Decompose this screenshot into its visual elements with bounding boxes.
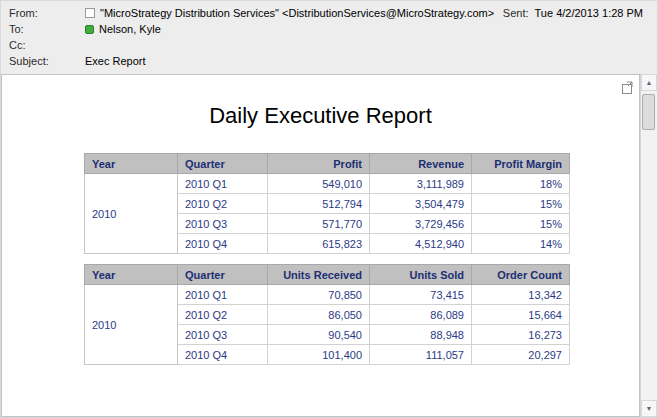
year-cell: 2010 — [85, 285, 178, 365]
column-header: Units Sold — [370, 265, 472, 285]
column-header: Profit — [268, 154, 370, 174]
margin-cell: 18% — [472, 174, 570, 194]
vertical-scrollbar[interactable]: ▲ ▼ — [640, 74, 657, 417]
to-label: To: — [9, 23, 85, 35]
message-body: Daily Executive Report Year Quarter Prof… — [1, 74, 640, 417]
revenue-cell: 3,729,456 — [370, 214, 472, 234]
profit-cell: 571,770 — [268, 214, 370, 234]
column-header: Profit Margin — [472, 154, 570, 174]
year-cell: 2010 — [85, 174, 178, 254]
table-header-row: Year Quarter Profit Revenue Profit Margi… — [85, 154, 570, 174]
subject-value: Exec Report — [85, 55, 146, 67]
revenue-cell: 4,512,940 — [370, 234, 472, 254]
popout-icon[interactable] — [620, 81, 634, 95]
from-value[interactable]: "MicroStrategy Distribution Services" <D… — [100, 7, 494, 19]
quarter-cell: 2010 Q2 — [178, 194, 268, 214]
units-sold-cell: 88,948 — [370, 325, 472, 345]
margin-cell: 14% — [472, 234, 570, 254]
sent-label: Sent: — [503, 7, 529, 19]
units-table: Year Quarter Units Received Units Sold O… — [84, 264, 570, 365]
scrollbar-track[interactable] — [641, 91, 657, 400]
message-body-wrap: Daily Executive Report Year Quarter Prof… — [1, 74, 657, 417]
margin-cell: 15% — [472, 194, 570, 214]
units-received-cell: 70,850 — [268, 285, 370, 305]
from-row: From: "MicroStrategy Distribution Servic… — [1, 5, 657, 21]
units-received-cell: 90,540 — [268, 325, 370, 345]
order-count-cell: 20,297 — [472, 345, 570, 365]
from-label: From: — [9, 7, 85, 19]
column-header: Year — [85, 154, 178, 174]
units-sold-cell: 86,089 — [370, 305, 472, 325]
subject-row: Subject: Exec Report — [1, 53, 657, 69]
column-header: Revenue — [370, 154, 472, 174]
report-title: Daily Executive Report — [2, 103, 639, 129]
quarter-cell: 2010 Q3 — [178, 214, 268, 234]
quarter-cell: 2010 Q4 — [178, 234, 268, 254]
margin-cell: 15% — [472, 214, 570, 234]
sent-group: Sent:Tue 4/2/2013 1:28 PM — [503, 7, 649, 19]
scrollbar-thumb[interactable] — [642, 94, 655, 130]
presence-icon[interactable] — [85, 25, 94, 34]
column-header: Units Received — [268, 265, 370, 285]
units-sold-cell: 111,057 — [370, 345, 472, 365]
to-value[interactable]: Nelson, Kyle — [99, 23, 161, 35]
profit-cell: 512,794 — [268, 194, 370, 214]
table-row: 2010 2010 Q1 70,850 73,415 13,342 — [85, 285, 570, 305]
revenue-cell: 3,504,479 — [370, 194, 472, 214]
units-received-cell: 101,400 — [268, 345, 370, 365]
to-row: To: Nelson, Kyle — [1, 21, 657, 37]
table-row: 2010 2010 Q1 549,010 3,111,989 18% — [85, 174, 570, 194]
table-header-row: Year Quarter Units Received Units Sold O… — [85, 265, 570, 285]
order-count-cell: 16,273 — [472, 325, 570, 345]
email-reading-pane: From: "MicroStrategy Distribution Servic… — [0, 0, 658, 418]
quarter-cell: 2010 Q1 — [178, 285, 268, 305]
profit-revenue-table: Year Quarter Profit Revenue Profit Margi… — [84, 153, 570, 254]
column-header: Quarter — [178, 265, 268, 285]
quarter-cell: 2010 Q2 — [178, 305, 268, 325]
cc-row: Cc: — [1, 37, 657, 53]
order-count-cell: 13,342 — [472, 285, 570, 305]
quarter-cell: 2010 Q1 — [178, 174, 268, 194]
profit-cell: 549,010 — [268, 174, 370, 194]
cc-label: Cc: — [9, 39, 85, 51]
scroll-down-button[interactable]: ▼ — [641, 400, 657, 417]
quarter-cell: 2010 Q4 — [178, 345, 268, 365]
scroll-up-button[interactable]: ▲ — [641, 74, 657, 91]
email-header: From: "MicroStrategy Distribution Servic… — [1, 1, 657, 74]
revenue-cell: 3,111,989 — [370, 174, 472, 194]
subject-label: Subject: — [9, 55, 85, 67]
column-header: Year — [85, 265, 178, 285]
column-header: Quarter — [178, 154, 268, 174]
order-count-cell: 15,664 — [472, 305, 570, 325]
message-checkbox-icon[interactable] — [85, 8, 95, 18]
units-sold-cell: 73,415 — [370, 285, 472, 305]
quarter-cell: 2010 Q3 — [178, 325, 268, 345]
units-received-cell: 86,050 — [268, 305, 370, 325]
column-header: Order Count — [472, 265, 570, 285]
sent-value: Tue 4/2/2013 1:28 PM — [535, 7, 643, 19]
profit-cell: 615,823 — [268, 234, 370, 254]
